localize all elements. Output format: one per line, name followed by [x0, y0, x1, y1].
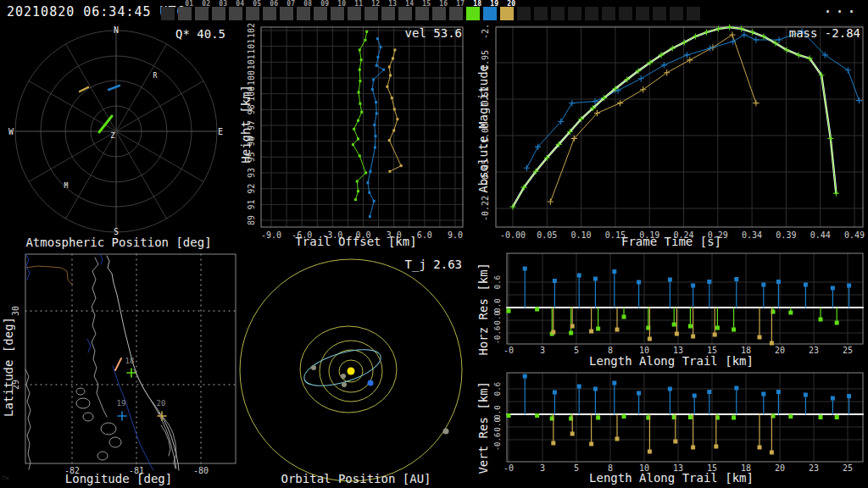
vert-residuals-panel: -0358101315182023250.60.0-0.0-0.6 Vert R… — [475, 369, 868, 488]
svg-text:100: 100 — [247, 70, 256, 86]
frame-tab-07[interactable]: 07 — [280, 7, 293, 20]
vert-xlabel: Length Along Trail [km] — [475, 471, 868, 485]
frame-tab-12[interactable]: 12 — [364, 7, 378, 20]
frame-tab-01[interactable]: 01 — [178, 7, 192, 20]
frame-tab-04[interactable]: 04 — [229, 7, 242, 20]
frame-tab-empty[interactable] — [585, 7, 598, 20]
frame-tab-15[interactable]: 15 — [415, 7, 429, 20]
trail-offset-panel: -9.0-6.0-3.00.03.06.09.01021011011001009… — [237, 24, 475, 251]
frame-tab-14[interactable]: 14 — [398, 7, 412, 20]
vert-residuals-plot: -0358101315182023250.60.0-0.0-0.6 — [475, 369, 868, 488]
svg-text:0.0: 0.0 — [493, 405, 502, 419]
frame-tab-empty[interactable] — [551, 7, 565, 20]
app-root: 20210820 06:34:45 UTC 010203040506070809… — [0, 0, 868, 488]
frame-tab-number: 11 — [354, 1, 363, 8]
frame-tab-empty[interactable] — [517, 7, 531, 20]
frame-tab-number: 07 — [287, 1, 295, 8]
trail-offset-plot: -9.0-6.0-3.00.03.06.09.01021011011001009… — [237, 24, 475, 251]
frame-tab-09[interactable]: 09 — [314, 7, 327, 20]
svg-text:0.6: 0.6 — [493, 275, 502, 289]
frame-tab-03[interactable]: 03 — [212, 7, 225, 20]
velocity-stat: vel 53.6 — [405, 26, 462, 40]
frame-tab-bar: 0102030405060708091011121314151617181920 — [161, 7, 704, 20]
frame-tab-number: 10 — [337, 1, 346, 8]
frame-tab-10[interactable]: 10 — [331, 7, 344, 20]
horz-ylabel: Horz Res [km] — [476, 263, 490, 356]
frame-tab-number: 16 — [439, 1, 448, 8]
vert-ylabel: Vert Res [km] — [476, 381, 490, 474]
frame-tab-08[interactable]: 08 — [297, 7, 310, 20]
frame-tab-number: 12 — [371, 1, 380, 8]
svg-text:E: E — [218, 127, 223, 136]
frame-tab-empty[interactable] — [653, 7, 666, 20]
svg-text:102: 102 — [247, 24, 256, 38]
frame-tab-number: 09 — [320, 1, 329, 8]
timestamp: 20210820 06:34:45 UTC — [7, 4, 186, 19]
frame-tab-05[interactable]: 05 — [246, 7, 259, 20]
frame-tab-02[interactable]: 02 — [195, 7, 209, 20]
mag-ylabel: Absolute Magnitude — [476, 64, 490, 193]
orbit-panel: T_j 2.63 Orbital Position [AU] — [237, 251, 475, 488]
map-ylabel: Latitude [deg] — [2, 317, 15, 417]
frame-tab-number: 03 — [219, 1, 227, 8]
ground-map-panel: 181920-82-81-803029 Latitude [deg] Longi… — [0, 251, 237, 488]
horz-xlabel: Length Along Trail [km] — [475, 354, 868, 368]
svg-text:101: 101 — [247, 39, 256, 54]
light-curve-plot: -0.000.050.100.150.190.240.290.340.390.4… — [475, 24, 868, 251]
svg-text:-0.6: -0.6 — [493, 433, 502, 452]
trail-ylabel: Height [km] — [239, 85, 253, 164]
tisserand-stat: T_j 2.63 — [405, 258, 462, 271]
svg-text:R: R — [153, 72, 158, 80]
q-stat: Q* 40.5 — [175, 27, 225, 41]
svg-text:93: 93 — [247, 168, 256, 178]
frame-tab-11[interactable]: 11 — [348, 7, 361, 20]
orbit-plot — [237, 251, 475, 488]
magnitude-panel: -0.000.050.100.150.190.240.290.340.390.4… — [475, 24, 868, 251]
horz-residuals-panel: -0358101315182023250.60.0-0.0-0.6 Horz R… — [475, 251, 868, 369]
frame-tab-empty[interactable] — [568, 7, 581, 20]
trail-xlabel: Trail Offset [km] — [237, 235, 475, 248]
atmospheric-position-panel: NSWEZRM Q* 40.5 Atmospheric Position [de… — [0, 24, 237, 251]
frame-tab-empty[interactable] — [687, 7, 700, 20]
horz-residuals-plot: -0358101315182023250.60.0-0.0-0.6 — [475, 251, 868, 369]
svg-text:18: 18 — [125, 357, 135, 365]
svg-text:91: 91 — [247, 199, 256, 209]
frame-tab-number: 05 — [253, 1, 261, 8]
mass-stat: mass -2.84 — [789, 26, 860, 40]
frame-tab-06[interactable]: 06 — [263, 7, 276, 20]
frame-tab-number: 08 — [303, 1, 312, 8]
frame-tab-number: 17 — [456, 1, 465, 8]
frame-tab-number: 04 — [236, 1, 244, 8]
top-bar: 20210820 06:34:45 UTC 010203040506070809… — [0, 0, 868, 24]
polar-xlabel: Atmospheric Position [deg] — [0, 236, 237, 249]
frame-tab-20[interactable]: 20 — [500, 7, 514, 20]
frame-tab-empty[interactable] — [602, 7, 615, 20]
svg-text:0.6: 0.6 — [493, 382, 502, 396]
svg-text:20: 20 — [157, 399, 166, 408]
svg-text:Z: Z — [110, 131, 115, 140]
frame-tab-empty[interactable] — [619, 7, 632, 20]
frame-tab-empty[interactable] — [636, 7, 649, 20]
frame-tab-empty[interactable] — [670, 7, 683, 20]
svg-text:92: 92 — [247, 184, 256, 194]
frame-tab-19[interactable]: 19 — [483, 7, 497, 20]
frame-tab-number: 02 — [202, 1, 210, 8]
frame-tab-number: 20 — [507, 1, 515, 8]
svg-text:89: 89 — [247, 215, 256, 225]
frame-tab-18[interactable]: 18 — [466, 7, 480, 20]
svg-text:-0.6: -0.6 — [493, 326, 502, 345]
svg-text:101: 101 — [247, 54, 256, 69]
orbit-xlabel: Orbital Position [AU] — [237, 472, 475, 485]
overflow-menu-icon[interactable]: ... — [824, 1, 860, 16]
frame-tab-16[interactable]: 16 — [432, 7, 446, 20]
frame-tab-number: 15 — [422, 1, 431, 8]
ground-map-plot: 181920-82-81-803029 — [0, 251, 237, 488]
frame-tab-17[interactable]: 17 — [449, 7, 463, 20]
svg-text:-2.38: -2.38 — [481, 24, 490, 39]
svg-text:30: 30 — [11, 306, 20, 316]
frame-tab-number: 14 — [405, 1, 414, 8]
frame-tab-empty[interactable] — [534, 7, 548, 20]
frame-tab-blank[interactable] — [161, 7, 175, 20]
watermark: rw — [2, 474, 8, 481]
frame-tab-13[interactable]: 13 — [381, 7, 395, 20]
